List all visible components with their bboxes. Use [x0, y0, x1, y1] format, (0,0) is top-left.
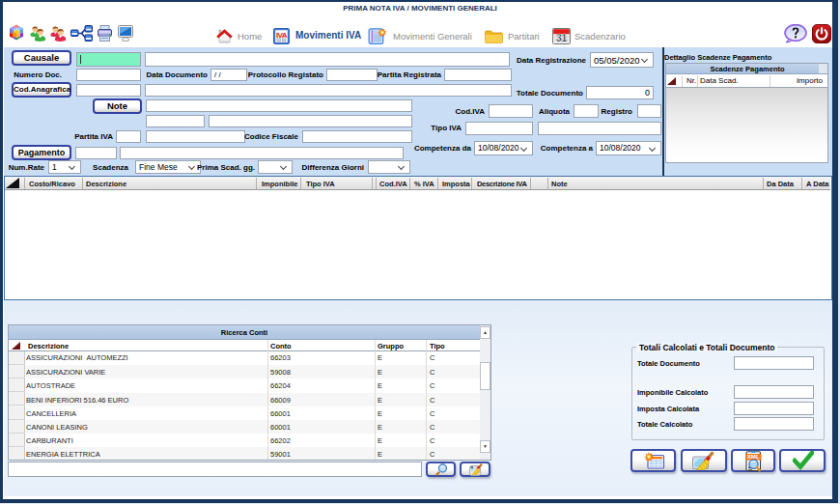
svg-text:IVA: IVA	[276, 31, 288, 40]
svg-text:XML: XML	[747, 453, 760, 460]
svg-text:31: 31	[556, 33, 568, 43]
